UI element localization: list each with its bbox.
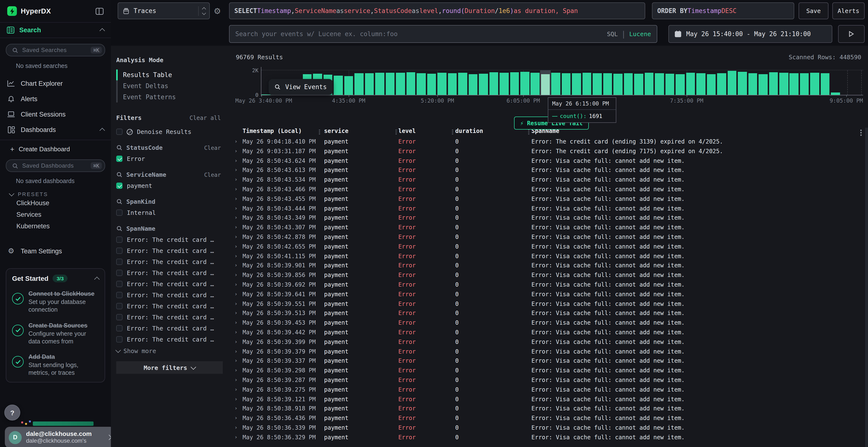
row-expand-icon[interactable]: › <box>235 196 238 202</box>
facet-checkbox[interactable] <box>116 259 123 265</box>
table-row[interactable]: ›May 26 8:50:36.339 PMpaymentError0Error… <box>226 423 865 433</box>
table-row[interactable]: ›May 26 8:50:39.399 PMpaymentError0Error… <box>226 338 865 347</box>
save-button[interactable]: Save <box>799 2 829 19</box>
histogram-bar[interactable] <box>334 76 343 95</box>
analysis-mode-event-deltas[interactable]: Event Deltas <box>123 80 226 92</box>
table-row[interactable]: ›May 26 8:50:43.613 PMpaymentError0Error… <box>226 166 865 176</box>
histogram-bar[interactable] <box>510 72 519 95</box>
row-expand-icon[interactable]: › <box>235 386 238 392</box>
table-row[interactable]: ›May 26 8:50:43.307 PMpaymentError0Error… <box>226 223 865 233</box>
row-expand-icon[interactable]: › <box>235 215 238 221</box>
row-expand-icon[interactable]: › <box>235 424 238 431</box>
facet-checkbox[interactable] <box>116 209 123 216</box>
histogram-bar[interactable] <box>727 71 736 95</box>
facet-option[interactable]: Error: The credit card … <box>116 291 221 299</box>
histogram-bar[interactable] <box>748 73 757 95</box>
facet-checkbox[interactable] <box>116 281 123 287</box>
sidebar-item-clickhouse[interactable]: ClickHouse <box>0 197 111 209</box>
histogram-bar[interactable] <box>489 72 498 95</box>
histogram-bar[interactable] <box>738 72 747 95</box>
row-expand-icon[interactable]: › <box>235 396 238 402</box>
facet-option[interactable]: Error: The credit card … <box>116 258 221 265</box>
table-row[interactable]: ›May 26 8:50:36.436 PMpaymentError0Error… <box>226 414 865 423</box>
column-resize-handle[interactable] <box>319 129 320 135</box>
table-row[interactable]: ›May 26 8:50:43.349 PMpaymentError0Error… <box>226 214 865 223</box>
get-started-step[interactable]: Create Data Sources Configure where your… <box>12 320 99 345</box>
denoise-checkbox[interactable] <box>116 129 123 135</box>
histogram-bar[interactable] <box>355 73 364 95</box>
presets-toggle[interactable]: PRESETS <box>10 191 111 197</box>
run-query-button[interactable] <box>838 25 865 43</box>
create-dashboard-button[interactable]: + Create Dashboard <box>0 140 111 158</box>
event-search-input[interactable]: Search your events w/ Lucene ex. column:… <box>229 25 657 43</box>
alerts-button[interactable]: Alerts <box>832 2 865 19</box>
row-expand-icon[interactable]: › <box>235 300 238 307</box>
table-row[interactable]: ›May 26 8:50:36.329 PMpaymentError0Error… <box>226 433 865 443</box>
table-row[interactable]: ›May 26 9:04:18.410 PMpaymentError0Error… <box>226 137 865 147</box>
language-toggle-sql[interactable]: SQL <box>607 30 618 38</box>
view-events-button[interactable]: View Events <box>269 79 333 95</box>
histogram-bar[interactable] <box>614 74 623 95</box>
row-expand-icon[interactable]: › <box>235 405 238 412</box>
sidebar-item-team-settings[interactable]: ⚙ Team Settings <box>0 243 111 259</box>
histogram-bar[interactable] <box>344 76 353 95</box>
table-row[interactable]: ›May 26 8:50:39.551 PMpaymentError0Error… <box>226 299 865 309</box>
table-row[interactable]: ›May 26 8:50:39.692 PMpaymentError0Error… <box>226 280 865 290</box>
sql-select-input[interactable]: SELECT Timestamp, ServiceName as service… <box>229 2 645 19</box>
facet-option[interactable]: Error: The credit card … <box>116 269 221 276</box>
facet-option[interactable]: Internal <box>116 209 221 216</box>
histogram-bar[interactable] <box>365 73 374 95</box>
col-service[interactable]: service <box>324 128 348 134</box>
histogram-bar[interactable] <box>696 73 705 95</box>
row-expand-icon[interactable]: › <box>235 377 238 383</box>
table-row[interactable]: ›May 26 8:50:43.624 PMpaymentError0Error… <box>226 156 865 166</box>
histogram-bar[interactable] <box>655 73 664 95</box>
row-expand-icon[interactable]: › <box>235 167 238 173</box>
histogram-bar[interactable] <box>686 72 695 95</box>
row-expand-icon[interactable]: › <box>235 262 238 269</box>
sidebar-item-client-sessions[interactable]: Client Sessions <box>0 106 111 122</box>
chevron-up-icon[interactable] <box>100 28 105 34</box>
row-expand-icon[interactable]: › <box>235 272 238 278</box>
column-resize-handle[interactable] <box>452 129 453 135</box>
language-toggle-lucene[interactable]: Lucene <box>629 30 651 38</box>
facet-clear-button[interactable]: Clear <box>204 171 221 178</box>
facet-checkbox[interactable] <box>116 156 123 162</box>
source-select[interactable]: Traces <box>118 2 210 19</box>
facet-clear-button[interactable]: Clear <box>204 144 221 151</box>
table-row[interactable]: ›May 26 8:50:39.453 PMpaymentError0Error… <box>226 318 865 328</box>
collapse-sidebar-icon[interactable] <box>95 7 104 15</box>
facet-checkbox[interactable] <box>116 336 123 342</box>
histogram-bar[interactable] <box>769 72 778 95</box>
row-expand-icon[interactable]: › <box>235 253 238 259</box>
facet-option[interactable]: Error: The credit card … <box>116 303 221 310</box>
table-row[interactable]: ›May 26 9:03:31.187 PMpaymentError0Error… <box>226 147 865 157</box>
row-expand-icon[interactable]: › <box>235 176 238 182</box>
facet-option[interactable]: Error: The credit card … <box>116 280 221 287</box>
table-row[interactable]: ›May 26 8:50:41.115 PMpaymentError0Error… <box>226 252 865 261</box>
table-row[interactable]: ›May 26 8:50:39.641 PMpaymentError0Error… <box>226 290 865 300</box>
row-expand-icon[interactable]: › <box>235 358 238 364</box>
table-row[interactable]: ›May 26 8:50:39.901 PMpaymentError0Error… <box>226 261 865 271</box>
saved-searches-input[interactable]: Saved Searches ⌘K <box>6 44 105 56</box>
histogram-bar[interactable] <box>520 72 529 95</box>
table-row[interactable]: ›May 26 8:50:39.337 PMpaymentError0Error… <box>226 357 865 366</box>
row-expand-icon[interactable]: › <box>235 157 238 164</box>
facet-option[interactable]: Error <box>116 155 221 162</box>
row-expand-icon[interactable]: › <box>235 186 238 192</box>
table-row[interactable]: ›May 26 8:50:39.856 PMpaymentError0Error… <box>226 271 865 280</box>
chevron-up-icon[interactable] <box>100 128 105 133</box>
row-expand-icon[interactable]: › <box>235 367 238 373</box>
col-duration[interactable]: duration <box>455 128 483 134</box>
row-expand-icon[interactable]: › <box>235 339 238 345</box>
histogram-bar[interactable] <box>634 73 643 95</box>
sidebar-item-search[interactable]: Search <box>0 22 111 38</box>
facet-option[interactable]: Error: The credit card … <box>116 325 221 332</box>
facet-checkbox[interactable] <box>116 237 123 243</box>
user-menu[interactable]: D dale@clickhouse.com dale@clickhouse.co… <box>5 427 115 447</box>
table-row[interactable]: ›May 26 8:50:43.466 PMpaymentError0Error… <box>226 185 865 195</box>
table-row[interactable]: ›May 26 8:50:39.275 PMpaymentError0Error… <box>226 385 865 395</box>
facet-checkbox[interactable] <box>116 182 123 189</box>
row-expand-icon[interactable]: › <box>235 138 238 144</box>
histogram-bar[interactable] <box>676 74 684 95</box>
